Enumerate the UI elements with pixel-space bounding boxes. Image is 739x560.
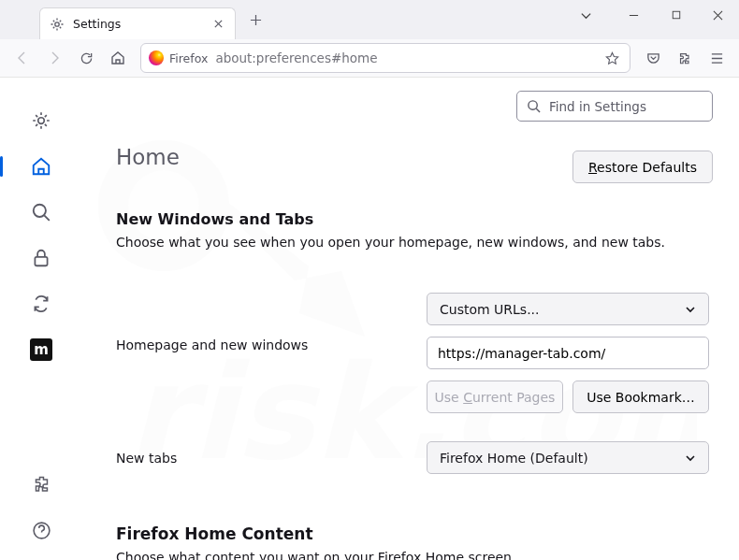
svg-rect-7 <box>35 257 47 266</box>
search-icon <box>527 99 541 113</box>
sidebar-item-general[interactable] <box>22 102 60 139</box>
tab-label: Settings <box>73 17 202 31</box>
identity-box[interactable]: Firefox <box>149 50 208 65</box>
sidebar-item-help[interactable] <box>22 511 60 549</box>
nav-toolbar: Firefox about:preferences#home <box>0 39 739 78</box>
close-button[interactable] <box>697 0 739 30</box>
search-input[interactable]: Find in Settings <box>516 91 713 122</box>
newtab-button[interactable] <box>241 6 269 34</box>
chevron-down-icon <box>685 452 696 464</box>
preferences-sidebar: m <box>0 78 82 560</box>
bookmark-star-icon[interactable] <box>601 43 622 73</box>
homepage-mode-select[interactable]: Custom URLs... <box>427 293 709 325</box>
back-button[interactable] <box>7 43 37 73</box>
svg-rect-4 <box>673 11 680 19</box>
titlebar: Settings <box>0 0 739 39</box>
sidebar-item-addons[interactable] <box>22 465 60 502</box>
use-bookmark-button[interactable]: Use Bookmark… <box>572 381 709 413</box>
sidebar-item-extension[interactable]: m <box>22 331 60 368</box>
section-desc: Choose what you see when you open your h… <box>116 235 713 250</box>
minimize-button[interactable] <box>613 0 655 30</box>
search-placeholder: Find in Settings <box>549 99 646 114</box>
restore-defaults-button[interactable]: Restore Defaults <box>572 151 713 183</box>
sidebar-item-sync[interactable] <box>22 285 60 323</box>
urlbar[interactable]: Firefox about:preferences#home <box>140 43 630 73</box>
pocket-button[interactable] <box>638 43 668 73</box>
browser-tab[interactable]: Settings <box>39 7 236 39</box>
homepage-label: Homepage and new windows <box>116 293 427 352</box>
use-current-pages-button[interactable]: Use Current Pages <box>427 381 563 413</box>
close-icon[interactable] <box>210 17 225 32</box>
sidebar-item-search[interactable] <box>22 194 60 231</box>
section-heading: New Windows and Tabs <box>116 210 713 228</box>
maximize-button[interactable] <box>655 0 697 30</box>
sidebar-item-privacy[interactable] <box>22 239 60 277</box>
gear-icon <box>50 17 65 32</box>
newtabs-select[interactable]: Firefox Home (Default) <box>427 441 709 474</box>
extensions-button[interactable] <box>670 43 700 73</box>
reload-button[interactable] <box>71 43 101 73</box>
tabs-dropdown-button[interactable] <box>565 0 607 30</box>
svg-point-9 <box>529 101 537 109</box>
homepage-url-input[interactable] <box>427 337 709 369</box>
newtabs-label: New tabs <box>116 451 427 466</box>
home-button[interactable] <box>103 43 133 73</box>
svg-point-5 <box>38 118 45 124</box>
firefox-icon <box>149 50 164 65</box>
appmenu-button[interactable] <box>702 43 732 73</box>
svg-point-3 <box>55 22 59 25</box>
section-desc: Choose what content you want on your Fir… <box>116 550 713 560</box>
chevron-down-icon <box>685 304 696 315</box>
forward-button[interactable] <box>39 43 69 73</box>
m-icon: m <box>30 338 52 361</box>
section-heading: Firefox Home Content <box>116 524 713 543</box>
svg-point-6 <box>34 205 46 217</box>
url-text: about:preferences#home <box>215 50 377 65</box>
sidebar-item-home[interactable] <box>22 148 60 185</box>
